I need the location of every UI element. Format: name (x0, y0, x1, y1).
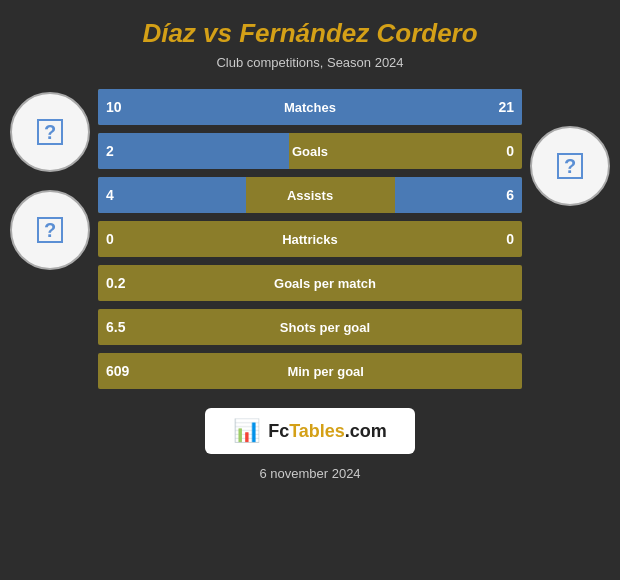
question-icon-2: ? (37, 217, 63, 243)
stat-row-4: 0.2Goals per match (98, 264, 522, 302)
stat-left-val-0: 10 (98, 99, 128, 115)
stat-label-6: Min per goal (129, 364, 522, 379)
left-avatar-bottom: ? (10, 190, 90, 270)
question-icon-1: ? (37, 119, 63, 145)
stat-left-val-3: 0 (98, 231, 128, 247)
stat-row-6: 609Min per goal (98, 352, 522, 390)
stat-left-val-2: 4 (98, 187, 128, 203)
stat-bar-5: 6.5Shots per goal (98, 309, 522, 345)
stat-row-3: 0Hattricks0 (98, 220, 522, 258)
stat-bar-0: 10Matches21 (98, 89, 522, 125)
stat-row-0: 10Matches21 (98, 88, 522, 126)
footer-date: 6 november 2024 (259, 466, 360, 481)
stat-row-2: 4Assists6 (98, 176, 522, 214)
right-avatar: ? (530, 126, 610, 206)
stat-right-val-0: 21 (492, 99, 522, 115)
right-avatars: ? (530, 126, 610, 206)
stat-label-3: Hattricks (128, 232, 492, 247)
page-title: Díaz vs Fernández Cordero (142, 18, 477, 49)
stat-left-val-4: 0.2 (98, 275, 128, 291)
stat-label-0: Matches (128, 100, 492, 115)
stat-left-val-5: 6.5 (98, 319, 128, 335)
left-avatar-top: ? (10, 92, 90, 172)
main-card: Díaz vs Fernández Cordero Club competiti… (0, 0, 620, 580)
stat-right-val-3: 0 (492, 231, 522, 247)
left-avatars: ? ? (10, 88, 90, 270)
stat-bar-3: 0Hattricks0 (98, 221, 522, 257)
logo-text: FcTables.com (268, 421, 387, 442)
stats-container: 10Matches212Goals04Assists60Hattricks00.… (98, 88, 522, 390)
stat-left-val-6: 609 (98, 363, 129, 379)
main-content: ? ? 10Matches212Goals04Assists60Hattrick… (0, 88, 620, 390)
stat-row-5: 6.5Shots per goal (98, 308, 522, 346)
logo-icon: 📊 (233, 418, 260, 444)
stat-bar-2: 4Assists6 (98, 177, 522, 213)
page-subtitle: Club competitions, Season 2024 (216, 55, 403, 70)
stat-row-1: 2Goals0 (98, 132, 522, 170)
stat-left-val-1: 2 (98, 143, 128, 159)
logo-area: 📊 FcTables.com (205, 408, 415, 454)
stat-right-val-1: 0 (492, 143, 522, 159)
stat-bar-6: 609Min per goal (98, 353, 522, 389)
stat-label-4: Goals per match (128, 276, 522, 291)
stat-right-val-2: 6 (492, 187, 522, 203)
stat-bar-1: 2Goals0 (98, 133, 522, 169)
question-icon-3: ? (557, 153, 583, 179)
stat-label-1: Goals (128, 144, 492, 159)
stat-bar-4: 0.2Goals per match (98, 265, 522, 301)
stat-label-2: Assists (128, 188, 492, 203)
stat-label-5: Shots per goal (128, 320, 522, 335)
